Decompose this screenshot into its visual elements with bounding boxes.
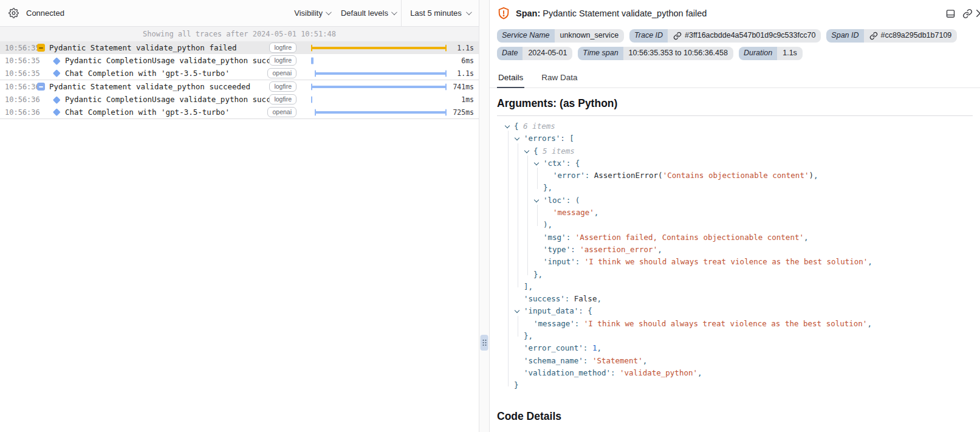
trace-duration-bar-cell <box>302 80 450 93</box>
code-token: AssertionError( <box>594 171 663 180</box>
badge-value[interactable]: #cc89a295db1b7109 <box>864 29 958 43</box>
attribute-badge: Time span10:56:35.353 to 10:56:36.458 <box>578 47 733 60</box>
attribute-badge: Span ID#cc89a295db1b7109 <box>826 29 957 43</box>
trace-row[interactable]: 10:56:35Pydantic CompletionUsage validat… <box>0 54 479 67</box>
code-line: 'error_count': 1, <box>497 342 973 354</box>
code-line: 'ctx': { <box>497 157 973 170</box>
settings-gear-icon[interactable] <box>9 8 19 18</box>
copy-link-icon[interactable] <box>962 9 973 19</box>
code-token: , <box>814 171 818 180</box>
time-range-label: Last 5 minutes <box>410 9 462 18</box>
link-icon <box>673 32 682 40</box>
span-detail-header: Span: Pydantic Statement validate_python… <box>490 0 980 27</box>
trace-duration-bar[interactable] <box>311 57 314 64</box>
collapse-minus-icon[interactable] <box>37 83 45 91</box>
expander-chevron-icon[interactable] <box>534 197 539 202</box>
code-token: 'input': <box>543 257 584 266</box>
span-title: Span: Pydantic Statement validate_python… <box>516 9 707 18</box>
trace-timestamp: 10:56:36 <box>0 95 35 104</box>
arguments-heading: Arguments: (as Python) <box>497 97 973 110</box>
expander-chevron-icon[interactable] <box>534 160 539 165</box>
code-token: 'assertion_error' <box>580 245 657 254</box>
code-line: ), <box>497 219 973 231</box>
trace-row[interactable]: 10:56:36Pydantic CompletionUsage validat… <box>0 93 479 106</box>
visibility-label: Visibility <box>294 9 323 18</box>
expander-chevron-icon[interactable] <box>505 123 510 128</box>
code-line: 'success': False, <box>497 293 973 305</box>
trace-duration-label: 6ms <box>450 57 479 65</box>
code-token: { <box>533 146 543 156</box>
code-token: , <box>867 319 872 328</box>
attribute-badge: Duration1.1s <box>739 47 803 60</box>
trace-timestamp: 10:56:36 <box>0 83 35 91</box>
code-token: }, <box>533 270 543 279</box>
trace-row[interactable]: 10:56:36Pydantic Statement validate_pyth… <box>0 80 479 93</box>
code-line: { 5 items <box>497 145 973 157</box>
trace-row[interactable]: 10:56:35Pydantic Statement validate_pyth… <box>0 41 479 54</box>
expander-chevron-icon[interactable] <box>515 135 519 140</box>
code-token: 'message': <box>533 319 584 328</box>
trace-row[interactable]: 10:56:35Chat Completion with 'gpt-3.5-tu… <box>0 67 479 80</box>
trace-tag-badge: openai <box>267 68 296 78</box>
splitter-grip-icon[interactable] <box>481 335 488 351</box>
trace-span-name: Pydantic Statement validate_python faile… <box>49 43 269 52</box>
collapse-minus-icon[interactable] <box>37 44 45 52</box>
panel-splitter[interactable] <box>479 0 490 432</box>
close-icon[interactable] <box>975 8 980 19</box>
logfire-live-view: Connected Visibility Default levels Last… <box>0 0 980 432</box>
code-token: ], <box>524 282 533 291</box>
code-token: 'Statement' <box>592 356 643 365</box>
span-detail-panel: Span: Pydantic Statement validate_python… <box>490 0 980 432</box>
code-token: , <box>868 257 872 266</box>
span-diamond-icon <box>53 57 60 64</box>
code-token: 'msg': <box>543 233 575 242</box>
trace-duration-bar[interactable] <box>315 111 447 114</box>
code-token: 'I think we should always treat violence… <box>584 319 868 328</box>
detail-tabs: DetailsRaw Data <box>490 69 980 88</box>
code-token: ) <box>809 171 814 180</box>
code-line: 'input': 'I think we should always treat… <box>497 256 973 268</box>
trace-panel: Connected Visibility Default levels Last… <box>0 0 479 432</box>
code-token: 'schema_name': <box>524 356 592 365</box>
trace-duration-bar[interactable] <box>311 47 447 49</box>
code-details-heading: Code Details <box>497 410 973 423</box>
visibility-dropdown[interactable]: Visibility <box>289 0 335 26</box>
default-levels-dropdown[interactable]: Default levels <box>335 0 401 26</box>
trace-span-name: Pydantic Statement validate_python succe… <box>49 82 269 91</box>
code-token: 6 items <box>523 122 555 131</box>
badge-value[interactable]: #3ff16acbdde4a547b01d9c9c533fcc70 <box>668 29 821 43</box>
trace-duration-bar[interactable] <box>311 86 447 88</box>
expander-chevron-icon[interactable] <box>524 148 529 153</box>
trace-tag-badge: logfire <box>269 43 296 53</box>
time-range-dropdown[interactable]: Last 5 minutes <box>401 0 479 26</box>
trace-duration-bar[interactable] <box>311 96 313 103</box>
badge-value: unknown_service <box>555 29 625 43</box>
code-token: , <box>697 368 702 377</box>
trace-duration-label: 725ms <box>450 108 479 117</box>
tab-details[interactable]: Details <box>497 69 524 88</box>
expander-chevron-icon[interactable] <box>515 308 519 313</box>
code-token: }, <box>543 183 552 192</box>
code-line: 'type': 'assertion_error', <box>497 244 973 256</box>
badge-value: 1.1s <box>777 47 803 60</box>
code-token: 'validate_python' <box>620 368 697 377</box>
link-icon <box>869 32 878 40</box>
tab-raw-data[interactable]: Raw Data <box>540 69 578 87</box>
trace-duration-bar[interactable] <box>315 72 447 75</box>
badge-label: Trace ID <box>629 29 668 43</box>
trace-duration-bar-cell <box>302 67 450 80</box>
code-line: }, <box>497 182 973 194</box>
trace-tag-badge: logfire <box>269 81 296 92</box>
badge-label: Date <box>497 47 523 60</box>
code-token: 'Assertion failed, Contains objectionabl… <box>575 233 804 242</box>
panel-bottom-icon[interactable] <box>945 9 956 19</box>
badge-row: Service Nameunknown_serviceTrace ID#3ff1… <box>497 29 973 43</box>
code-token: 'Contains objectionable content' <box>663 171 809 180</box>
code-token: 'type': <box>543 245 580 254</box>
trace-row[interactable]: 10:56:36Chat Completion with 'gpt-3.5-tu… <box>0 106 479 118</box>
code-line: 'errors': [ <box>497 132 973 145</box>
trace-duration-bar-cell <box>302 106 450 118</box>
code-line: 'msg': 'Assertion failed, Contains objec… <box>497 231 973 244</box>
badge-label: Duration <box>739 47 777 60</box>
traces-banner: Showing all traces after 2024-05-01 10:5… <box>0 27 479 41</box>
